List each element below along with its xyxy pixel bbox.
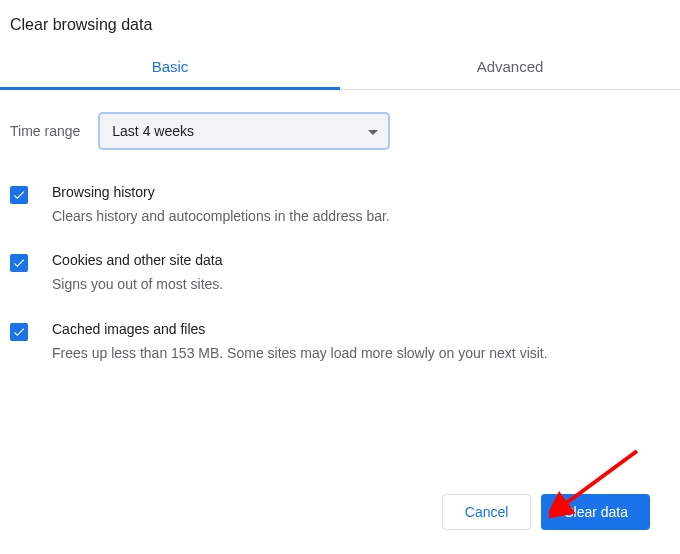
check-icon <box>12 188 26 202</box>
option-cached: Cached images and files Frees up less th… <box>10 305 670 373</box>
option-desc: Clears history and autocompletions in th… <box>52 206 670 226</box>
tabs-bar: Basic Advanced <box>0 44 680 90</box>
tab-advanced[interactable]: Advanced <box>340 44 680 89</box>
options-list: Browsing history Clears history and auto… <box>0 158 680 373</box>
time-range-row: Time range Last 4 weeks <box>0 90 680 158</box>
checkbox-cookies[interactable] <box>10 254 28 272</box>
time-range-label: Time range <box>10 123 80 139</box>
dialog-footer: Cancel Clear data <box>442 494 650 530</box>
option-text: Cookies and other site data Signs you ou… <box>52 252 670 294</box>
option-text: Browsing history Clears history and auto… <box>52 184 670 226</box>
option-desc: Frees up less than 153 MB. Some sites ma… <box>52 343 670 363</box>
checkbox-cached[interactable] <box>10 323 28 341</box>
dialog-title: Clear browsing data <box>0 0 680 44</box>
option-browsing-history: Browsing history Clears history and auto… <box>10 168 670 236</box>
cancel-button[interactable]: Cancel <box>442 494 532 530</box>
time-range-value[interactable]: Last 4 weeks <box>98 112 390 150</box>
option-title: Cached images and files <box>52 321 670 337</box>
option-desc: Signs you out of most sites. <box>52 274 670 294</box>
option-title: Browsing history <box>52 184 670 200</box>
option-text: Cached images and files Frees up less th… <box>52 321 670 363</box>
check-icon <box>12 325 26 339</box>
time-range-select[interactable]: Last 4 weeks <box>98 112 390 150</box>
check-icon <box>12 256 26 270</box>
tab-basic[interactable]: Basic <box>0 44 340 90</box>
option-cookies: Cookies and other site data Signs you ou… <box>10 236 670 304</box>
option-title: Cookies and other site data <box>52 252 670 268</box>
checkbox-browsing-history[interactable] <box>10 186 28 204</box>
clear-data-button[interactable]: Clear data <box>541 494 650 530</box>
